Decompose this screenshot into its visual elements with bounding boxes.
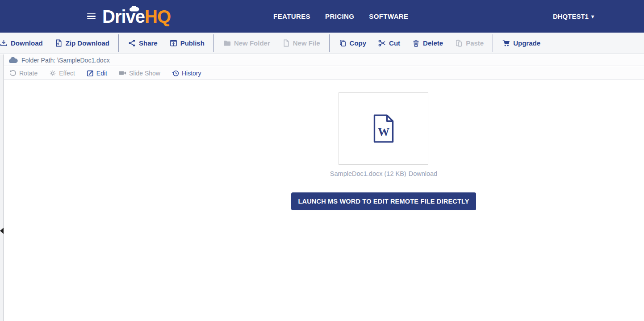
word-letter: W (377, 125, 389, 138)
new-file-icon (282, 39, 290, 47)
history-icon (171, 69, 180, 77)
effect-button: Effect (49, 69, 75, 77)
cut-button[interactable]: Cut (372, 39, 406, 47)
new-file-button: New File (276, 39, 326, 47)
logo-text-hq: HQ (145, 8, 171, 25)
toolbar-divider (329, 34, 330, 52)
cut-icon (378, 39, 386, 47)
download-icon (0, 39, 8, 47)
toolbar-divider (118, 34, 119, 52)
nav-features[interactable]: FEATURES (273, 13, 310, 20)
word-document-icon: W (371, 114, 396, 143)
share-button[interactable]: Share (122, 39, 163, 47)
new-folder-icon (223, 39, 231, 47)
share-icon (128, 39, 136, 47)
nav-software[interactable]: SOFTWARE (369, 13, 408, 20)
nav-pricing[interactable]: PRICING (325, 13, 354, 20)
delete-button[interactable]: Delete (406, 39, 449, 47)
new-folder-button: New Folder (217, 39, 276, 47)
panel-collapse-handle[interactable] (0, 228, 4, 234)
drivehq-logo[interactable]: DriveHQ (102, 8, 171, 25)
zip-download-icon (54, 39, 63, 47)
chevron-down-icon: ▾ (591, 13, 594, 20)
publish-button[interactable]: Publish (163, 39, 210, 47)
history-button[interactable]: History (171, 69, 201, 77)
account-name: DHQTEST1 (553, 13, 589, 20)
publish-icon (169, 39, 178, 47)
slideshow-icon (118, 69, 127, 77)
delete-icon (412, 39, 420, 47)
launch-ms-word-button[interactable]: LAUNCH MS WORD TO EDIT REMOTE FILE DIREC… (291, 192, 476, 210)
effect-icon (49, 69, 57, 77)
file-thumbnail[interactable]: W (339, 92, 428, 165)
copy-icon (339, 39, 347, 47)
paste-icon (455, 39, 463, 47)
zip-download-button[interactable]: Zip Download (49, 39, 115, 47)
top-header: DriveHQ FEATURES PRICING SOFTWARE DHQTES… (0, 0, 644, 33)
slide-show-button: Slide Show (118, 69, 160, 77)
cloud-icon (8, 57, 18, 63)
file-preview-area: W SampleDoc1.docx (12 KB)Download LAUNCH… (4, 80, 644, 321)
folder-path-text: Folder Path: \SampleDoc1.docx (21, 57, 110, 64)
download-link[interactable]: Download (409, 170, 438, 177)
toolbar-divider (493, 34, 493, 52)
folder-path-bar: Folder Path: \SampleDoc1.docx (4, 54, 644, 66)
download-button[interactable]: Download (0, 39, 49, 47)
rotate-button: Rotate (9, 69, 38, 77)
file-info-text: SampleDoc1.docx (12 KB) (330, 170, 406, 177)
upgrade-button[interactable]: Upgrade (496, 39, 546, 47)
edit-button[interactable]: Edit (86, 69, 107, 77)
rotate-icon (9, 69, 17, 77)
header-nav: FEATURES PRICING SOFTWARE (273, 13, 408, 20)
toolbar-divider (213, 34, 214, 52)
media-toolbar: Rotate Effect Edit Slide Show History (4, 67, 644, 80)
copy-button[interactable]: Copy (333, 39, 372, 47)
paste-button: Paste (449, 39, 489, 47)
menu-icon[interactable] (87, 12, 96, 21)
account-menu[interactable]: DHQTEST1 ▾ (553, 13, 594, 20)
left-panel-collapsed (0, 54, 4, 321)
edit-icon (86, 69, 94, 77)
logo-cloud-icon (129, 6, 140, 12)
file-toolbar: Download Zip Download Share Publish Ne (0, 33, 644, 54)
upgrade-cart-icon (502, 39, 510, 47)
file-caption: SampleDoc1.docx (12 KB)Download (294, 170, 473, 177)
